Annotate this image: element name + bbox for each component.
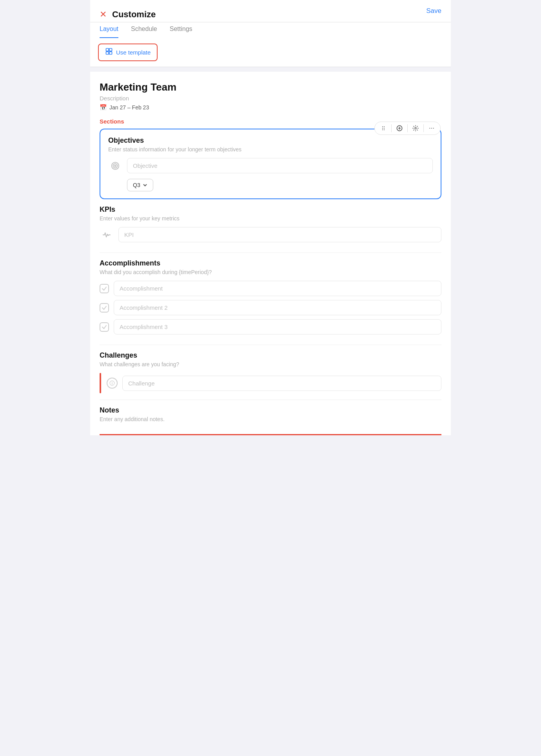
report-description: Description [100,95,441,102]
tab-schedule[interactable]: Schedule [131,25,157,38]
objective-input[interactable] [127,158,433,173]
accomplishment-1-row [100,281,441,296]
svg-point-14 [429,128,430,129]
objectives-title: Objectives [108,136,433,145]
svg-point-7 [384,128,385,129]
use-template-bar: Use template [90,38,451,67]
section-toolbar [374,122,441,135]
close-icon[interactable]: ✕ [100,9,107,20]
report-title: Marketing Team [100,81,441,93]
toolbar-divider-3 [423,124,424,132]
page-title: Customize [112,9,156,20]
tab-layout[interactable]: Layout [100,25,118,38]
kpis-subtitle: Enter values for your key metrics [100,215,441,222]
toolbar-divider-2 [407,124,408,132]
accomplishment-3-row [100,319,441,334]
svg-point-13 [415,127,416,129]
svg-rect-3 [109,52,112,55]
svg-point-18 [113,164,118,168]
svg-point-4 [382,126,383,127]
section-notes: Notes Enter any additional notes. [100,400,441,435]
accomplishment-2-row [100,300,441,315]
q3-label: Q3 [133,182,140,188]
accomplishment-3-input[interactable] [114,319,441,334]
calendar-icon: 📅 [100,104,107,111]
section-kpis: KPIs Enter values for your key metrics [100,205,441,253]
main-content: Marketing Team Description 📅 Jan 27 – Fe… [90,72,451,435]
section-objectives: Objectives Enter status information for … [100,129,441,199]
drag-handle-button[interactable] [378,124,389,133]
more-section-button[interactable] [426,124,437,133]
svg-point-5 [384,126,385,127]
svg-point-16 [433,128,434,129]
svg-rect-2 [106,52,109,55]
accomplishment-1-input[interactable] [114,281,441,296]
svg-point-6 [382,128,383,129]
accomplishments-subtitle: What did you accomplish during {timePeri… [100,269,441,275]
svg-rect-0 [106,49,109,51]
accomplishment-2-input[interactable] [114,300,441,315]
svg-point-19 [114,165,116,167]
svg-point-9 [384,129,385,130]
target-icon [108,159,122,173]
challenges-title: Challenges [100,351,441,360]
checkbox-icon-2 [100,303,109,313]
accomplishments-title: Accomplishments [100,259,441,267]
toolbar-divider-1 [391,124,392,132]
kpis-title: KPIs [100,205,441,214]
kpi-input[interactable] [118,227,441,242]
tabs-bar: Layout Schedule Settings [90,25,451,38]
kpi-field-row [100,227,441,242]
svg-point-22 [112,384,112,384]
svg-point-8 [382,129,383,130]
section-challenges: Challenges What challenges are you facin… [100,345,441,400]
challenges-subtitle: What challenges are you facing? [100,361,441,367]
svg-rect-1 [109,49,112,51]
report-header: Marketing Team Description 📅 Jan 27 – Fe… [100,81,441,111]
objectives-subtitle: Enter status information for your longer… [108,146,433,153]
checkbox-icon-3 [100,322,109,332]
checkbox-icon-1 [100,284,109,293]
notes-title: Notes [100,406,441,414]
save-button[interactable]: Save [426,7,441,22]
tab-settings[interactable]: Settings [170,25,192,38]
template-icon [105,47,113,57]
pulse-icon [100,228,114,242]
svg-point-15 [431,128,432,129]
add-section-button[interactable] [394,124,405,133]
challenge-input[interactable] [122,376,441,391]
use-template-button[interactable]: Use template [98,44,158,61]
report-date: 📅 Jan 27 – Feb 23 [100,104,441,111]
settings-section-button[interactable] [410,124,421,133]
notes-subtitle: Enter any additional notes. [100,416,441,422]
challenge-field-row [107,373,441,393]
alert-icon [107,378,118,389]
objective-field-row [108,158,433,173]
use-template-label: Use template [116,49,151,56]
q3-dropdown-button[interactable]: Q3 [127,179,153,191]
section-accomplishments: Accomplishments What did you accomplish … [100,253,441,345]
